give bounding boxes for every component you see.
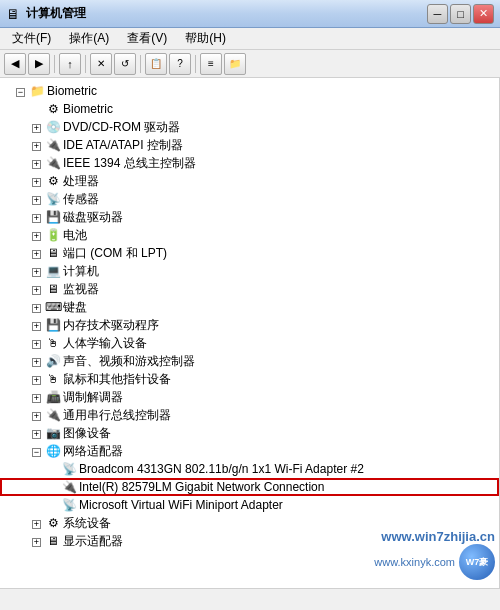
tree-item-monitor[interactable]: +🖥监视器 [0, 280, 499, 298]
tree-item-computer[interactable]: +💻计算机 [0, 262, 499, 280]
tree-label: 监视器 [63, 281, 99, 298]
tree-item-dvd[interactable]: +💿DVD/CD-ROM 驱动器 [0, 118, 499, 136]
menu-action[interactable]: 操作(A) [61, 28, 117, 49]
tree-item-broadcom[interactable]: 📡Broadcom 4313GN 802.11b/g/n 1x1 Wi-Fi A… [0, 460, 499, 478]
expand-icon[interactable]: + [32, 232, 41, 241]
tree-toggle[interactable]: − [16, 84, 25, 98]
expand-icon[interactable]: + [32, 160, 41, 169]
expand-icon[interactable]: + [32, 178, 41, 187]
tree-toggle[interactable]: + [32, 354, 41, 368]
expand-icon[interactable]: + [32, 214, 41, 223]
device-icon: 📠 [45, 389, 61, 405]
expand-icon[interactable]: + [32, 340, 41, 349]
help-button[interactable]: ? [169, 53, 191, 75]
tree-label: 鼠标和其他指针设备 [63, 371, 171, 388]
tree-toggle[interactable]: + [32, 390, 41, 404]
expand-icon[interactable]: + [32, 196, 41, 205]
tree-toggle[interactable]: + [32, 264, 41, 278]
tree-item-ieee[interactable]: +🔌IEEE 1394 总线主控制器 [0, 154, 499, 172]
tree-item-memory[interactable]: +💾内存技术驱动程序 [0, 316, 499, 334]
tree-toggle[interactable]: + [32, 516, 41, 530]
expand-icon[interactable]: + [32, 520, 41, 529]
expand-icon[interactable]: + [32, 538, 41, 547]
tree-item-display[interactable]: +🖥显示适配器 [0, 532, 499, 550]
forward-button[interactable]: ▶ [28, 53, 50, 75]
collapse-icon[interactable]: − [16, 88, 25, 97]
title-bar: 🖥 计算机管理 ─ □ ✕ [0, 0, 500, 28]
menu-file[interactable]: 文件(F) [4, 28, 59, 49]
tree-toggle[interactable]: + [32, 372, 41, 386]
expand-icon[interactable]: + [32, 394, 41, 403]
tree-toggle[interactable]: + [32, 282, 41, 296]
tree-item-ide[interactable]: +🔌IDE ATA/ATAPI 控制器 [0, 136, 499, 154]
tree-toggle[interactable]: + [32, 534, 41, 548]
tree-item-port[interactable]: +🖥端口 (COM 和 LPT) [0, 244, 499, 262]
status-bar [0, 588, 500, 610]
expand-icon[interactable]: + [32, 358, 41, 367]
device-icon: 💾 [45, 209, 61, 225]
tree-toggle[interactable]: + [32, 192, 41, 206]
tree-toggle[interactable]: + [32, 336, 41, 350]
tree-label: 计算机 [63, 263, 99, 280]
tree-toggle[interactable]: + [32, 156, 41, 170]
device-icon: 🖱 [45, 371, 61, 387]
expand-icon[interactable]: + [32, 142, 41, 151]
tree-item-biometric-child[interactable]: ⚙Biometric [0, 100, 499, 118]
tree-toggle[interactable]: + [32, 174, 41, 188]
menu-view[interactable]: 查看(V) [119, 28, 175, 49]
tree-item-bus[interactable]: +🔌通用串行总线控制器 [0, 406, 499, 424]
collapse-icon[interactable]: − [32, 448, 41, 457]
menu-help[interactable]: 帮助(H) [177, 28, 234, 49]
up-button[interactable]: ↑ [59, 53, 81, 75]
tree-item-hid[interactable]: +🖱人体学输入设备 [0, 334, 499, 352]
tree-item-microsoft-wifi[interactable]: 📡Microsoft Virtual WiFi Miniport Adapter [0, 496, 499, 514]
tree-item-keyboard[interactable]: +⌨键盘 [0, 298, 499, 316]
tree-item-disk[interactable]: +💾磁盘驱动器 [0, 208, 499, 226]
tree-item-intel[interactable]: 🔌Intel(R) 82579LM Gigabit Network Connec… [0, 478, 499, 496]
tree-item-network-adapter[interactable]: −🌐网络适配器 [0, 442, 499, 460]
expand-icon[interactable]: + [32, 412, 41, 421]
maximize-button[interactable]: □ [450, 4, 471, 24]
refresh-button[interactable]: ↺ [114, 53, 136, 75]
tree-toggle[interactable]: + [32, 246, 41, 260]
tree-item-biometric-root[interactable]: −📁Biometric [0, 82, 499, 100]
tree-label: IEEE 1394 总线主控制器 [63, 155, 196, 172]
tree-label: 声音、视频和游戏控制器 [63, 353, 195, 370]
tree-item-modem[interactable]: +📠调制解调器 [0, 388, 499, 406]
tree-item-sensor[interactable]: +📡传感器 [0, 190, 499, 208]
tree-toggle[interactable]: + [32, 426, 41, 440]
tree-item-system[interactable]: +⚙系统设备 [0, 514, 499, 532]
expand-icon[interactable]: + [32, 250, 41, 259]
close-button[interactable]: ✕ [473, 4, 494, 24]
view-button[interactable]: ≡ [200, 53, 222, 75]
tree-label: Microsoft Virtual WiFi Miniport Adapter [79, 498, 283, 512]
tree-label: 处理器 [63, 173, 99, 190]
tree-toggle[interactable]: + [32, 408, 41, 422]
tree-item-battery[interactable]: +🔋电池 [0, 226, 499, 244]
tree-item-image[interactable]: +📷图像设备 [0, 424, 499, 442]
tree-label: IDE ATA/ATAPI 控制器 [63, 137, 183, 154]
export-button[interactable]: 📁 [224, 53, 246, 75]
tree-toggle[interactable]: − [32, 444, 41, 458]
expand-icon[interactable]: + [32, 304, 41, 313]
device-icon: 💻 [45, 263, 61, 279]
expand-icon[interactable]: + [32, 124, 41, 133]
tree-toggle[interactable]: + [32, 120, 41, 134]
expand-icon[interactable]: + [32, 286, 41, 295]
tree-toggle[interactable]: + [32, 210, 41, 224]
stop-button[interactable]: ✕ [90, 53, 112, 75]
expand-icon[interactable]: + [32, 430, 41, 439]
expand-icon[interactable]: + [32, 322, 41, 331]
tree-toggle[interactable]: + [32, 318, 41, 332]
expand-icon[interactable]: + [32, 268, 41, 277]
tree-item-cpu[interactable]: +⚙处理器 [0, 172, 499, 190]
tree-item-mouse[interactable]: +🖱鼠标和其他指针设备 [0, 370, 499, 388]
tree-toggle[interactable]: + [32, 228, 41, 242]
tree-toggle[interactable]: + [32, 300, 41, 314]
back-button[interactable]: ◀ [4, 53, 26, 75]
tree-item-audio[interactable]: +🔊声音、视频和游戏控制器 [0, 352, 499, 370]
expand-icon[interactable]: + [32, 376, 41, 385]
minimize-button[interactable]: ─ [427, 4, 448, 24]
tree-toggle[interactable]: + [32, 138, 41, 152]
properties-button[interactable]: 📋 [145, 53, 167, 75]
